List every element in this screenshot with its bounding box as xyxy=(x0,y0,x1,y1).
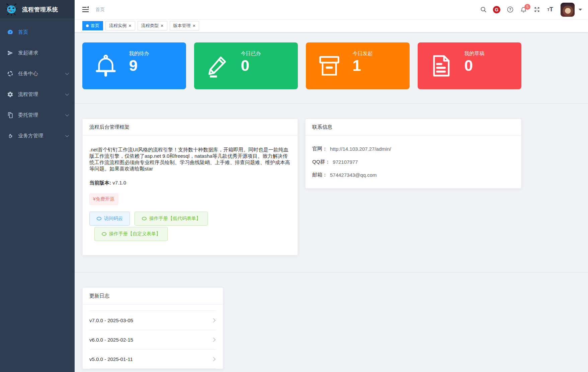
intro-card: 流程后台管理框架 .net首个钉钉工作流UI风格的流程引擎！支持数十种数据库，开… xyxy=(82,119,298,255)
sidebar-item-label: 首页 xyxy=(18,29,68,35)
page-content: 我的待办 9 xyxy=(75,32,588,372)
chevron-right-icon xyxy=(211,338,216,342)
manual-lowcode-button[interactable]: 操作手册【低代码表单】 xyxy=(135,212,208,226)
sidebar-item-home[interactable]: 首页 xyxy=(0,22,75,42)
stat-card-drafts[interactable]: 我的草稿 0 xyxy=(418,42,521,89)
close-icon[interactable]: × xyxy=(129,23,132,28)
copy-icon xyxy=(7,112,13,118)
changelog-section: 更新日志 v7.0.0 - 2025-03-05 v6.0.0 - 2025-0… xyxy=(75,272,588,369)
sidebar-item-task-center[interactable]: 任务中心 xyxy=(0,63,75,84)
stats-section: 我的待办 9 xyxy=(75,32,588,104)
oval-icon xyxy=(101,232,107,236)
tab-process-instance[interactable]: 流程实例 × xyxy=(105,21,135,30)
sidebar-item-delegate-management[interactable]: 委托管理 xyxy=(0,105,75,125)
sidebar-item-business-management[interactable]: 业务方管理 xyxy=(0,125,75,146)
contact-card: 联系信息 官网： http://14.103.207.27/admin/ QQ群… xyxy=(305,119,521,189)
fullscreen-icon[interactable] xyxy=(531,4,542,15)
chevron-down-icon xyxy=(65,113,69,116)
close-icon[interactable]: × xyxy=(193,23,196,28)
email-address: 574427343@qq.com xyxy=(330,172,377,178)
stat-value: 0 xyxy=(465,57,522,75)
chevron-down-icon xyxy=(65,92,69,96)
archive-box-icon xyxy=(306,42,353,89)
sidebar-item-label: 流程管理 xyxy=(18,91,65,98)
stat-card-done-today[interactable]: 今日已办 0 xyxy=(194,42,298,89)
pencil-icon xyxy=(194,42,241,89)
stat-label: 我的待办 xyxy=(129,50,186,57)
chevron-right-icon xyxy=(211,357,216,361)
visit-gitee-button[interactable]: 访问码云 xyxy=(89,212,130,226)
changelog-item[interactable]: v6.0.0 - 2025-02-15 xyxy=(89,330,216,349)
chevron-down-icon xyxy=(65,71,69,75)
chevron-right-icon xyxy=(211,318,216,323)
chevron-down-icon xyxy=(65,133,69,137)
sidebar-item-label: 业务方管理 xyxy=(18,133,65,139)
info-section: 流程后台管理框架 .net首个钉钉工作流UI风格的流程引擎！支持数十种数据库，开… xyxy=(75,104,588,272)
qq-group-number: 972107977 xyxy=(333,159,358,165)
tab-process-type[interactable]: 流程类型 × xyxy=(138,21,167,30)
stat-label: 今日发起 xyxy=(353,50,410,57)
app-title: 流程管理系统 xyxy=(22,6,58,13)
notification-badge: 5 xyxy=(524,4,530,10)
sidebar-item-label: 委托管理 xyxy=(18,112,65,118)
teapot-icon xyxy=(7,132,13,139)
logo-bar: 流程管理系统 xyxy=(0,0,75,19)
dashboard-icon xyxy=(7,29,13,35)
breadcrumb: 首页 xyxy=(95,7,105,13)
free-open-source-tag: ¥免费开源 xyxy=(89,194,118,205)
sidebar: 流程管理系统 首页 发起请求 任务中心 xyxy=(0,0,75,372)
topbar-actions: G ? 5 TT xyxy=(478,3,582,17)
avatar[interactable] xyxy=(561,3,575,17)
oval-icon xyxy=(142,217,147,221)
stat-label: 今日已办 xyxy=(241,50,298,57)
bell-outline-icon xyxy=(82,42,129,89)
tab-version-management[interactable]: 版本管理 × xyxy=(170,21,199,30)
contact-row-website: 官网： http://14.103.207.27/admin/ xyxy=(312,142,514,155)
gitee-icon[interactable]: G xyxy=(491,4,502,15)
sidebar-menu: 首页 发起请求 任务中心 流程管理 xyxy=(0,19,75,146)
card-title: 联系信息 xyxy=(306,119,521,136)
active-dot-icon xyxy=(86,24,89,27)
sidebar-item-label: 发起请求 xyxy=(18,50,68,56)
sidebar-item-label: 任务中心 xyxy=(18,71,65,77)
changelog-card: 更新日志 v7.0.0 - 2025-03-05 v6.0.0 - 2025-0… xyxy=(82,287,223,369)
sidebar-item-start-request[interactable]: 发起请求 xyxy=(0,42,75,63)
version-value: v7.1.0 xyxy=(112,180,126,185)
main-area: 首页 G ? 5 xyxy=(75,0,588,372)
manual-customform-button[interactable]: 操作手册【自定义表单】 xyxy=(94,227,168,241)
contact-row-email: 邮箱： 574427343@qq.com xyxy=(312,168,514,181)
task-ring-icon xyxy=(7,70,13,77)
intro-description: .net首个钉钉工作流UI风格的流程引擎！支持数十种数据库，开箱即用。同时也是一… xyxy=(89,146,291,172)
tabs-bar: 首页 流程实例 × 流程类型 × 版本管理 × xyxy=(75,19,588,32)
contact-row-qq-group: QQ群： 972107977 xyxy=(312,155,514,168)
changelog-item[interactable]: v7.0.0 - 2025-03-05 xyxy=(89,311,216,330)
stat-card-started-today[interactable]: 今日发起 1 xyxy=(306,42,410,89)
draft-document-icon xyxy=(418,42,465,89)
search-icon[interactable] xyxy=(478,4,489,15)
bell-icon[interactable]: 5 xyxy=(518,4,529,15)
font-size-icon[interactable]: TT xyxy=(544,4,556,15)
close-icon[interactable]: × xyxy=(161,23,164,28)
caret-down-icon[interactable] xyxy=(579,9,582,11)
sidebar-item-process-management[interactable]: 流程管理 xyxy=(0,84,75,105)
stat-value: 1 xyxy=(353,57,410,75)
topbar: 首页 G ? 5 xyxy=(75,0,588,19)
version-line: 当前版本: v7.1.0 xyxy=(89,180,291,186)
stat-card-todo[interactable]: 我的待办 9 xyxy=(82,42,186,89)
svg-text:?: ? xyxy=(509,7,511,11)
oval-icon xyxy=(96,217,102,221)
send-icon xyxy=(7,49,13,56)
card-title: 流程后台管理框架 xyxy=(83,119,298,136)
help-icon[interactable]: ? xyxy=(504,4,516,15)
bug-mascot-icon xyxy=(5,3,18,16)
stat-value: 0 xyxy=(241,57,298,75)
collapse-menu-icon[interactable] xyxy=(81,5,90,14)
app-window: 流程管理系统 首页 发起请求 任务中心 xyxy=(0,0,588,372)
card-title: 更新日志 xyxy=(83,288,223,304)
stat-value: 9 xyxy=(129,57,186,75)
stat-label: 我的草稿 xyxy=(465,50,522,57)
gear-icon xyxy=(7,91,13,98)
changelog-item[interactable]: v5.0.0 - 2025-01-11 xyxy=(89,349,216,369)
website-url: http://14.103.207.27/admin/ xyxy=(330,146,391,152)
tab-home[interactable]: 首页 xyxy=(82,21,103,30)
